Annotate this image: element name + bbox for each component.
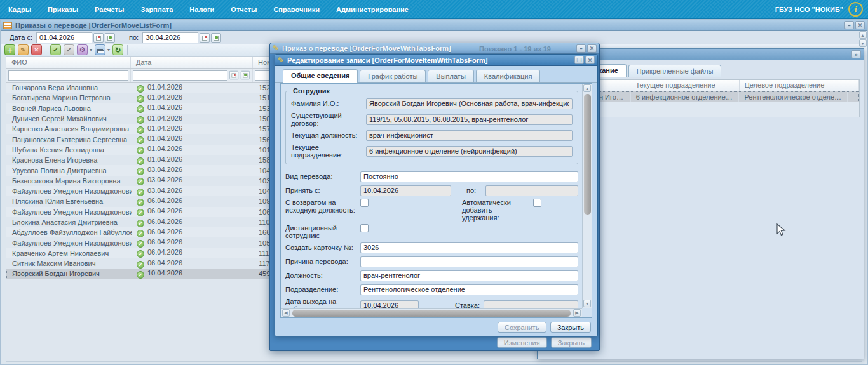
add-icon[interactable]: +: [4, 44, 15, 55]
maximize-button[interactable]: ❐: [574, 56, 584, 64]
form-horizontal-scrollbar[interactable]: ◀ ▶: [281, 308, 582, 317]
date-from-input[interactable]: [36, 32, 92, 43]
row-fio: Файзуллоев Умеджон Низомджонович: [7, 187, 132, 195]
rate-field[interactable]: [484, 300, 578, 309]
menu-item-zarplata[interactable]: Зарплата: [132, 6, 181, 13]
menu-item-kadry[interactable]: Кадры: [0, 6, 39, 13]
card-number-field[interactable]: [360, 242, 578, 253]
accept-to-label: по:: [466, 187, 485, 194]
close-button[interactable]: ✕: [585, 56, 595, 64]
row-date: ✔06.04.2026: [132, 259, 254, 269]
department-field[interactable]: [360, 284, 578, 295]
calendar-icon[interactable]: [200, 33, 210, 43]
auto-deductions-checkbox[interactable]: [533, 199, 541, 207]
close-button[interactable]: ✕: [855, 21, 865, 29]
contract-field[interactable]: [366, 114, 573, 125]
current-position-field[interactable]: [366, 130, 573, 141]
refresh-icon[interactable]: ↻: [112, 44, 123, 55]
accept-from-field[interactable]: [360, 185, 451, 196]
approved-check-icon: ✔: [137, 240, 144, 248]
tab-vyplaty[interactable]: Выплаты: [428, 70, 473, 82]
scroll-down-icon[interactable]: ▼: [859, 39, 867, 47]
approved-check-icon: ✔: [137, 271, 144, 279]
collapse-panel-icon[interactable]: »: [851, 50, 861, 58]
scroll-down-icon[interactable]: ▼: [583, 300, 591, 307]
row-fio: Файзуллоев Умеджон Низомджонович: [7, 208, 132, 216]
date-filter-input[interactable]: [133, 70, 227, 81]
column-header-fio[interactable]: ФИО: [6, 57, 131, 68]
scroll-left-icon[interactable]: ◀: [282, 309, 290, 317]
minimize-button[interactable]: –: [844, 21, 854, 29]
edit-document-icon: ✎: [273, 44, 279, 53]
order-window-title: Приказ о переводе [OrderForMoveWithTabsF…: [282, 44, 451, 52]
column-header-target-department[interactable]: Целевое подразделение: [740, 80, 848, 91]
calendar-icon[interactable]: [229, 71, 238, 80]
row-date: ✔06.04.2026: [132, 248, 254, 258]
surname-field[interactable]: [366, 98, 573, 109]
remote-employee-checkbox[interactable]: [360, 224, 369, 232]
minimize-button[interactable]: –: [576, 44, 586, 53]
approve-icon[interactable]: ✔: [50, 44, 61, 55]
menu-item-spravochniki[interactable]: Справочники: [265, 6, 328, 13]
print-icon[interactable]: [95, 44, 105, 55]
row-date: ✔01.04.2026: [132, 114, 254, 124]
edit-window-tabs: Общие сведения График работы Выплаты Ква…: [275, 66, 597, 83]
work-start-date-label: Дата выхода на работу:: [285, 298, 360, 308]
row-fio: Шубина Ксения Леонидовна: [7, 146, 132, 154]
scroll-right-icon[interactable]: ▶: [573, 309, 581, 317]
edit-icon[interactable]: ✎: [18, 44, 29, 55]
save-button[interactable]: Сохранить: [498, 322, 546, 333]
menu-item-nalogi[interactable]: Налоги: [181, 6, 222, 13]
menu-item-raschety[interactable]: Расчеты: [86, 6, 132, 13]
changes-button[interactable]: Изменения: [497, 337, 547, 348]
info-icon[interactable]: i: [848, 2, 863, 17]
scroll-up-icon[interactable]: ▲: [583, 84, 591, 92]
accept-to-field[interactable]: [485, 185, 578, 196]
close-order-button[interactable]: Закрыть: [551, 337, 592, 348]
work-start-date-field[interactable]: [360, 300, 419, 309]
unapprove-icon[interactable]: ✔: [64, 44, 74, 55]
calendar-apply-icon[interactable]: [211, 33, 221, 43]
return-to-position-checkbox[interactable]: [360, 199, 369, 207]
menu-item-prikazy[interactable]: Приказы: [39, 6, 86, 13]
print-dropdown-icon[interactable]: ▾: [107, 47, 110, 53]
list-window-icon: [3, 22, 12, 29]
scrollbar-thumb[interactable]: [292, 310, 571, 317]
form-vertical-scrollbar[interactable]: ▲ ▼: [582, 84, 592, 308]
delete-icon[interactable]: ✕: [31, 44, 42, 55]
column-header-date[interactable]: Дата: [131, 57, 253, 68]
calendar-icon[interactable]: [93, 33, 104, 43]
actions-gear-icon[interactable]: ⚙: [77, 44, 88, 55]
current-department-field[interactable]: [366, 146, 573, 157]
row-date: ✔03.04.2026: [132, 176, 254, 185]
menu-item-otchety[interactable]: Отчеты: [222, 6, 265, 13]
tab-grafik-raboty[interactable]: График работы: [360, 70, 426, 82]
position-field[interactable]: [360, 270, 578, 281]
row-fio: Кравченко Артем Николаевич: [7, 249, 132, 257]
row-fio: Вовней Лариса Львовна: [7, 105, 132, 112]
row-date: ✔06.04.2026: [132, 228, 254, 237]
close-edit-button[interactable]: Закрыть: [550, 322, 591, 333]
tab-kvalifikaciya[interactable]: Квалификация: [476, 70, 541, 82]
date-to-input[interactable]: [142, 32, 198, 43]
fio-filter-input[interactable]: [8, 70, 128, 81]
column-header-current-department[interactable]: Текущее подразделение: [630, 80, 739, 91]
toolbar-separator: [127, 45, 128, 55]
actions-dropdown-icon[interactable]: ▾: [90, 47, 92, 53]
row-fio: Гончарова Вера Ивановна: [7, 84, 132, 91]
move-reason-field[interactable]: [360, 256, 578, 267]
approved-check-icon: ✔: [137, 199, 144, 206]
move-type-field[interactable]: [360, 171, 578, 182]
scrollbar-thumb[interactable]: [584, 94, 591, 215]
approved-check-icon: ✔: [137, 261, 144, 269]
tab-obshchie-svedeniya[interactable]: Общие сведения: [283, 69, 358, 83]
edit-window-title: Редактирование записи [OrderForMoveItemW…: [287, 56, 487, 64]
tab-prikreplennye-fajly[interactable]: Прикрепленные файлы: [628, 65, 722, 77]
approved-check-icon: ✔: [137, 230, 144, 237]
calendar-apply-icon[interactable]: [105, 33, 115, 43]
scroll-up-icon[interactable]: ▲: [859, 31, 867, 39]
calendar-apply-icon[interactable]: [241, 71, 250, 80]
close-button[interactable]: ✕: [587, 44, 597, 53]
menu-item-administrirovanie[interactable]: Администрирование: [328, 6, 417, 13]
main-vertical-scrollbar[interactable]: ▲ ▼: [858, 31, 867, 47]
